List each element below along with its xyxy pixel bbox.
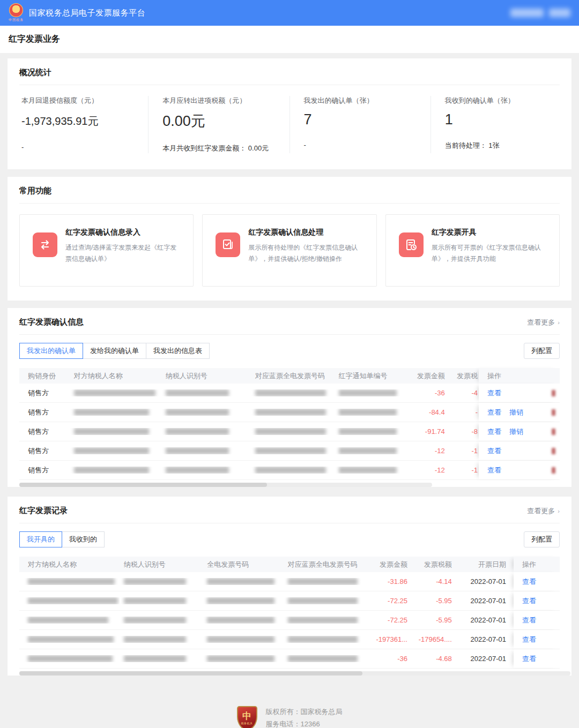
function-card-entry[interactable]: 红字发票确认信息录入 通过查询/选择蓝字发票来发起《红字发票信息确认单》 — [19, 214, 194, 287]
invoice-date: 2022-07-01 — [456, 597, 514, 605]
stats-row: 本月回退授信额度（元） -1,973,935.91元 - 本月应转出进项税额（元… — [8, 85, 571, 169]
view-link[interactable]: 查看 — [522, 616, 536, 625]
redacted-taxno — [166, 389, 229, 396]
redacted-taxno — [124, 578, 186, 585]
redacted-name — [28, 636, 114, 643]
invoice-date: 2022-07-01 — [456, 577, 514, 586]
revoke-link[interactable]: 撤销 — [509, 427, 523, 437]
scrollbar-thumb[interactable] — [19, 483, 267, 487]
redacted-name — [28, 617, 108, 624]
function-title: 红字发票确认信息处理 — [248, 228, 367, 237]
redacted-invoice-no — [207, 636, 274, 643]
table-row: -72.25 -5.95 2022-07-01 查看 — [19, 591, 560, 611]
clipped-status — [552, 448, 555, 454]
view-link[interactable]: 查看 — [522, 596, 536, 606]
view-link[interactable]: 查看 — [487, 408, 501, 417]
view-link[interactable]: 查看 — [487, 427, 501, 437]
redacted-name — [28, 655, 113, 662]
redacted-name — [74, 409, 149, 416]
tab-issued-by-me[interactable]: 我开具的 — [19, 531, 62, 547]
redacted-name — [28, 578, 115, 585]
redacted-taxno — [166, 428, 229, 435]
redacted-blue-invoice-no — [288, 597, 358, 604]
redacted-taxno — [124, 617, 186, 624]
redacted-name — [74, 447, 149, 454]
tax-authority-badge-icon: 中 税务机关 — [237, 706, 257, 728]
user-info-blurred[interactable] — [510, 9, 570, 17]
chevron-right-icon: › — [558, 508, 560, 514]
redacted-blue-invoice-no — [288, 578, 358, 585]
redacted-invoice-no — [255, 409, 326, 416]
stat-transfer-out-tax: 本月应转出进项税额（元） 0.00元 本月共收到红字发票金额： 0.00元 — [148, 96, 289, 153]
function-title: 红字发票开具 — [432, 228, 551, 237]
tab-sent-confirmations[interactable]: 我发出的确认单 — [19, 343, 83, 359]
redacted-invoice-no — [207, 617, 274, 624]
function-desc: 展示所有可开票的《红字发票信息确认单》，并提供开具功能 — [432, 242, 551, 265]
tab-sent-info-forms[interactable]: 我发出的信息表 — [146, 343, 210, 359]
scrollbar-thumb[interactable] — [19, 671, 362, 676]
confirm-table-hscrollbar[interactable] — [19, 483, 560, 487]
copyright-line: 版权所有：国家税务总局 — [266, 706, 343, 718]
functions-row: 红字发票确认信息录入 通过查询/选择蓝字发票来发起《红字发票信息确认单》 红字发… — [8, 204, 571, 301]
view-link[interactable]: 查看 — [487, 388, 501, 398]
table-row: -72.25 -5.95 2022-07-01 查看 — [19, 611, 560, 630]
confirm-section-title: 红字发票确认信息 — [19, 317, 84, 327]
records-table: 对方纳税人名称 纳税人识别号 全电发票号码 对应蓝票全电发票号码 发票金额 发票… — [19, 557, 560, 669]
swap-arrows-icon — [33, 232, 57, 257]
document-check-icon — [216, 232, 240, 257]
revoke-link[interactable]: 撤销 — [509, 408, 523, 417]
function-card-process[interactable]: 红字发票确认信息处理 展示所有待处理的《红字发票信息确认单》，并提供确认/拒绝/… — [202, 214, 376, 287]
badge-label: 税务机关 — [241, 722, 253, 725]
view-link[interactable]: 查看 — [487, 446, 501, 456]
records-card: 红字发票记录 查看更多 › 我开具的 我收到的 列配置 对方纳税人名称 纳税人识… — [8, 497, 571, 676]
redacted-name — [74, 428, 149, 435]
document-clock-icon — [399, 232, 424, 257]
page-title-bar: 红字发票业务 — [0, 26, 579, 53]
stat-received-confirmations: 我收到的确认单（张） 1 当前待处理： 1张 — [430, 96, 571, 153]
redacted-notice-no — [339, 447, 397, 454]
redacted-invoice-no — [255, 467, 326, 474]
redacted-notice-no — [339, 467, 397, 474]
redacted-notice-no — [339, 428, 397, 435]
redacted-taxno — [124, 655, 186, 662]
confirm-info-card: 红字发票确认信息 查看更多 › 我发出的确认单 发给我的确认单 我发出的信息表 … — [8, 308, 571, 487]
tab-received-confirmations[interactable]: 发给我的确认单 — [83, 343, 146, 359]
redacted-invoice-no — [207, 597, 274, 604]
page-title: 红字发票业务 — [9, 34, 570, 45]
stats-card: 概况统计 本月回退授信额度（元） -1,973,935.91元 - 本月应转出进… — [8, 58, 571, 169]
stat-sent-confirmations: 我发出的确认单（张） 7 - — [290, 96, 430, 153]
user-name-blur — [510, 9, 544, 17]
view-link[interactable]: 查看 — [487, 466, 501, 475]
confirm-table-header: 购销身份 对方纳税人名称 纳税人识别号 对应蓝票全电发票号码 红字通知单编号 发… — [19, 368, 560, 384]
redacted-invoice-no — [255, 447, 326, 454]
redacted-taxno — [124, 636, 186, 643]
redacted-blue-invoice-no — [288, 617, 358, 624]
clipped-status — [552, 429, 555, 435]
records-view-more-link[interactable]: 查看更多 › — [527, 506, 560, 516]
clipped-status — [552, 467, 555, 474]
app-header: 中国税务 国家税务总局电子发票服务平台 — [0, 0, 579, 26]
national-emblem-logo: 中国税务 — [9, 3, 24, 22]
view-link[interactable]: 查看 — [522, 577, 536, 587]
confirm-column-config-button[interactable]: 列配置 — [524, 343, 560, 359]
records-column-config-button[interactable]: 列配置 — [524, 531, 560, 547]
records-tabs-row: 我开具的 我收到的 列配置 — [8, 523, 571, 557]
records-table-hscrollbar[interactable] — [19, 671, 560, 676]
redacted-name — [74, 467, 149, 474]
invoice-date: 2022-07-01 — [456, 616, 514, 624]
view-link[interactable]: 查看 — [522, 635, 536, 644]
function-desc: 通过查询/选择蓝字发票来发起《红字发票信息确认单》 — [65, 242, 184, 265]
view-link[interactable]: 查看 — [522, 654, 536, 664]
invoice-date: 2022-07-01 — [456, 635, 514, 643]
confirm-tabs-row: 我发出的确认单 发给我的确认单 我发出的信息表 列配置 — [8, 335, 571, 368]
redacted-taxno — [124, 597, 186, 604]
redacted-invoice-no — [207, 578, 274, 585]
clipped-status — [552, 390, 555, 396]
footer: 中 税务机关 版权所有：国家税务总局 服务电话：12366 — [0, 685, 579, 728]
function-card-issue[interactable]: 红字发票开具 展示所有可开票的《红字发票信息确认单》，并提供开具功能 — [385, 214, 560, 287]
tab-received-by-me[interactable]: 我收到的 — [62, 531, 105, 547]
redacted-taxno — [166, 467, 229, 474]
confirm-view-more-link[interactable]: 查看更多 › — [527, 318, 560, 327]
table-row: 销售方 -84.4 - 查看 撤销 — [19, 403, 560, 422]
redacted-invoice-no — [255, 428, 326, 435]
